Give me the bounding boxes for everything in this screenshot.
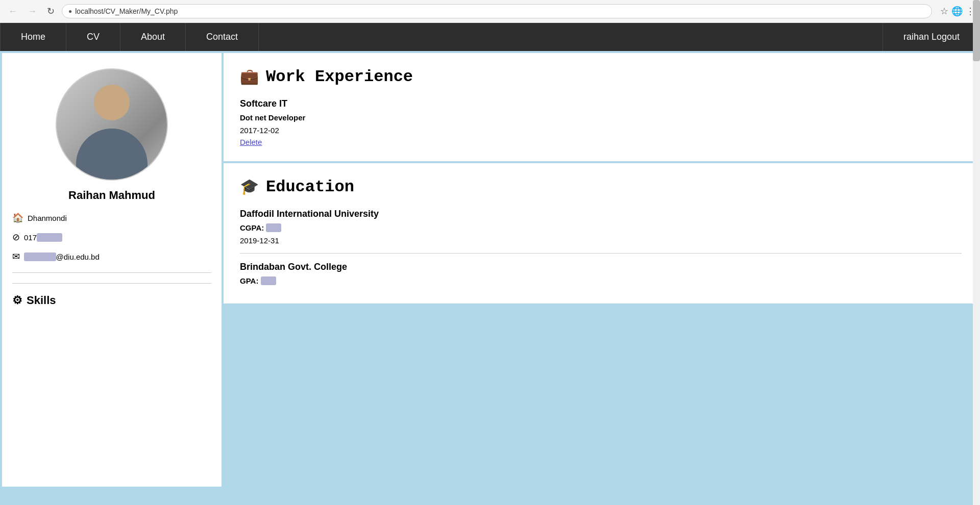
cgpa-blurred-0 <box>266 223 281 232</box>
avatar-container <box>12 68 211 181</box>
edu-gpa-1: GPA: <box>240 276 962 285</box>
work-experience-card: 💼 Work Experience Softcare IT Dot net De… <box>224 53 978 161</box>
work-entry-0: Softcare IT Dot net Developer 2017-12-02… <box>240 98 962 147</box>
browser-chrome: ← → ↻ ● localhost/CV_Maker/My_CV.php ☆ 🌐… <box>0 0 980 23</box>
location-text: Dhanmondi <box>28 214 67 222</box>
nav-cv[interactable]: CV <box>66 23 120 51</box>
back-button[interactable]: ← <box>5 5 20 18</box>
education-title: 🎓 Education <box>240 178 962 196</box>
email-domain: @diu.edu.bd <box>56 252 100 261</box>
user-name: Raihan Mahmud <box>12 189 211 202</box>
address-bar[interactable]: ● localhost/CV_Maker/My_CV.php <box>62 4 932 18</box>
email-icon: ✉ <box>12 251 20 262</box>
scrollbar-track[interactable] <box>973 0 980 505</box>
lock-icon: ● <box>68 8 72 15</box>
briefcase-icon: 💼 <box>240 67 259 86</box>
email-blurred <box>24 252 56 261</box>
nav-home[interactable]: Home <box>0 23 66 51</box>
main-content: 💼 Work Experience Softcare IT Dot net De… <box>224 53 978 487</box>
work-role: Dot net Developer <box>240 113 962 122</box>
phone-icon: ⊘ <box>12 232 20 243</box>
skills-header: ⚙ Skills <box>12 294 211 307</box>
gpa-blurred-1 <box>261 276 276 285</box>
work-date: 2017-12-02 <box>240 126 962 135</box>
globe-icon: 🌐 <box>951 6 963 17</box>
home-icon: 🏠 <box>12 212 23 223</box>
skills-label: Skills <box>27 294 56 307</box>
browser-actions: ☆ 🌐 ⋮ <box>940 6 975 17</box>
edu-cgpa-0: CGPA: <box>240 223 962 232</box>
sidebar-divider-2 <box>12 283 211 284</box>
edu-entry-0: Daffodil International University CGPA: … <box>240 209 962 245</box>
phone-item: ⊘ 017 <box>12 232 211 243</box>
avatar <box>56 68 168 181</box>
star-icon[interactable]: ☆ <box>940 6 948 17</box>
education-card: 🎓 Education Daffodil International Unive… <box>224 163 978 304</box>
refresh-button[interactable]: ↻ <box>44 5 58 18</box>
phone-visible: 017 <box>24 233 37 242</box>
sidebar-divider <box>12 272 211 273</box>
edu-institution-0: Daffodil International University <box>240 209 962 219</box>
graduation-icon: 🎓 <box>240 178 259 196</box>
email-item: ✉ @diu.edu.bd <box>12 251 211 262</box>
sidebar: Raihan Mahmud 🏠 Dhanmondi ⊘ 017 ✉ @diu.e… <box>2 53 222 487</box>
skills-icon: ⚙ <box>12 294 22 307</box>
navbar: Home CV About Contact raihan Logout <box>0 23 980 51</box>
location-item: 🏠 Dhanmondi <box>12 212 211 223</box>
forward-button[interactable]: → <box>24 5 40 18</box>
edu-date-0: 2019-12-31 <box>240 236 962 245</box>
work-experience-title: 💼 Work Experience <box>240 67 962 86</box>
nav-logout[interactable]: raihan Logout <box>883 23 980 51</box>
work-delete-link[interactable]: Delete <box>240 138 262 146</box>
edu-institution-1: Brindaban Govt. College <box>240 262 962 272</box>
avatar-image <box>57 69 167 180</box>
nav-contact[interactable]: Contact <box>186 23 259 51</box>
nav-about[interactable]: About <box>120 23 186 51</box>
url-text: localhost/CV_Maker/My_CV.php <box>75 7 178 15</box>
phone-blurred <box>37 233 62 242</box>
edu-entry-1: Brindaban Govt. College GPA: <box>240 262 962 285</box>
content-wrapper: Raihan Mahmud 🏠 Dhanmondi ⊘ 017 ✉ @diu.e… <box>0 51 980 489</box>
edu-divider <box>240 253 962 254</box>
scrollbar-thumb[interactable] <box>973 0 980 61</box>
work-company: Softcare IT <box>240 98 962 109</box>
